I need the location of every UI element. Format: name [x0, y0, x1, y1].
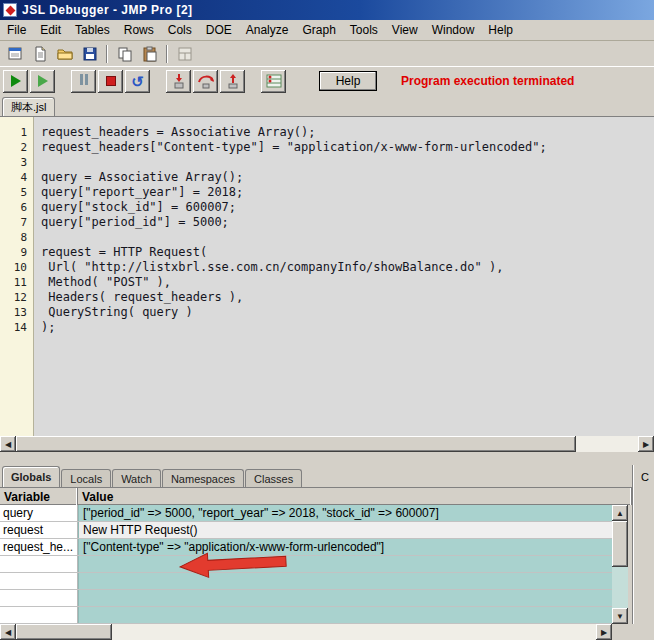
variable-value	[78, 556, 612, 572]
step-into-button[interactable]	[166, 70, 191, 93]
new-journal-button[interactable]	[3, 43, 26, 64]
table-row[interactable]: request_he... ["Content-type" => "applic…	[0, 539, 612, 556]
tab-watch-label: Watch	[121, 473, 152, 485]
app-icon[interactable]	[3, 3, 17, 17]
table-row-empty[interactable]	[0, 556, 612, 573]
menu-help[interactable]: Help	[481, 21, 520, 39]
scroll-up-icon[interactable]: ▲	[612, 505, 628, 521]
help-button-label: Help	[336, 74, 361, 88]
variable-value	[78, 590, 612, 606]
run-icon	[11, 75, 21, 87]
line-number: 4	[0, 170, 33, 185]
editor-hscroll-thumb[interactable]	[16, 436, 576, 452]
menu-bar: File Edit Tables Rows Cols DOE Analyze G…	[0, 20, 654, 41]
line-number: 5	[0, 185, 33, 200]
variable-name	[0, 556, 78, 572]
tab-watch[interactable]: Watch	[112, 469, 161, 487]
scroll-right-icon[interactable]: ▶	[596, 624, 612, 640]
editor-hscrollbar[interactable]: ◀ ▶	[0, 436, 654, 452]
reset-button[interactable]: ↺	[125, 70, 150, 93]
line-number-gutter[interactable]: 1 2 3 4 5 6 7 8 9 10 11 12 13 14	[0, 117, 34, 436]
tab-namespaces[interactable]: Namespaces	[162, 469, 244, 487]
table-row[interactable]: request New HTTP Request()	[0, 522, 612, 539]
menu-rows[interactable]: Rows	[117, 21, 161, 39]
variables-vscrollbar[interactable]: ▲ ▼	[612, 505, 628, 624]
variables-table-header: Variable Value	[0, 487, 632, 505]
code-line: Url( "http://listxbrl.sse.com.cn/company…	[41, 260, 654, 275]
line-number: 13	[0, 305, 33, 320]
open-button[interactable]	[53, 43, 76, 64]
step-out-button[interactable]	[220, 70, 245, 93]
menu-view[interactable]: View	[385, 21, 425, 39]
variable-name	[0, 590, 78, 606]
save-button[interactable]	[78, 43, 101, 64]
variable-value: New HTTP Request()	[78, 522, 612, 538]
scroll-right-icon[interactable]: ▶	[638, 436, 654, 452]
scroll-left-icon[interactable]: ◀	[0, 624, 16, 640]
menu-analyze[interactable]: Analyze	[239, 21, 296, 39]
continue-button[interactable]	[30, 70, 55, 93]
stop-button[interactable]	[98, 70, 123, 93]
menu-edit[interactable]: Edit	[33, 21, 68, 39]
paste-icon	[142, 46, 158, 62]
tab-classes[interactable]: Classes	[245, 469, 302, 487]
line-number: 11	[0, 275, 33, 290]
code-line: );	[41, 320, 654, 335]
menu-tables[interactable]: Tables	[68, 21, 117, 39]
table-row-empty[interactable]	[0, 590, 612, 607]
scroll-left-icon[interactable]: ◀	[0, 436, 16, 452]
tab-namespaces-label: Namespaces	[171, 473, 235, 485]
line-number: 7	[0, 215, 33, 230]
run-button[interactable]	[3, 70, 28, 93]
menu-file[interactable]: File	[0, 21, 33, 39]
variable-value: ["period_id" => 5000, "report_year" => 2…	[78, 505, 612, 521]
code-line: request_headers["Content-type"] = "appli…	[41, 140, 654, 155]
line-number: 9	[0, 245, 33, 260]
variable-value	[78, 573, 612, 589]
menu-cols[interactable]: Cols	[161, 21, 199, 39]
code-line: Method( "POST" ),	[41, 275, 654, 290]
line-number: 6	[0, 200, 33, 215]
layout-button[interactable]	[173, 43, 196, 64]
column-header-variable[interactable]: Variable	[0, 488, 78, 505]
menu-doe[interactable]: DOE	[199, 21, 239, 39]
help-button[interactable]: Help	[319, 71, 377, 91]
table-row-empty[interactable]	[0, 573, 612, 590]
variables-hscroll-thumb[interactable]	[16, 624, 112, 640]
variable-name	[0, 573, 78, 589]
variables-vscroll-thumb[interactable]	[612, 521, 628, 567]
variables-table: query ["period_id" => 5000, "report_year…	[0, 505, 612, 624]
pause-button[interactable]	[71, 70, 96, 93]
copy-button[interactable]	[113, 43, 136, 64]
tab-globals[interactable]: Globals	[2, 466, 60, 487]
window-title: JSL Debugger - JMP Pro [2]	[22, 3, 193, 17]
new-script-icon	[32, 46, 48, 62]
code-line: query = Associative Array();	[41, 170, 654, 185]
code-area[interactable]: request_headers = Associative Array(); r…	[35, 117, 654, 436]
variables-hscrollbar[interactable]: ◀ ▶	[0, 624, 612, 640]
step-into-icon	[170, 74, 188, 89]
menu-tools[interactable]: Tools	[343, 21, 385, 39]
new-script-button[interactable]	[28, 43, 51, 64]
table-row-empty[interactable]	[0, 607, 612, 624]
line-number: 1	[0, 125, 33, 140]
save-icon	[82, 46, 98, 62]
tab-script-jsl[interactable]: 脚本.jsl	[2, 97, 55, 116]
tab-locals[interactable]: Locals	[61, 469, 111, 487]
file-toolbar	[0, 41, 654, 67]
code-line: query["period_id"] = 5000;	[41, 215, 654, 230]
breakpoints-button[interactable]	[261, 70, 286, 93]
variable-name: request	[0, 522, 78, 538]
code-line: request = HTTP Request(	[41, 245, 654, 260]
table-row[interactable]: query ["period_id" => 5000, "report_year…	[0, 505, 612, 522]
menu-graph[interactable]: Graph	[295, 21, 342, 39]
step-over-button[interactable]	[193, 70, 218, 93]
column-header-value[interactable]: Value	[78, 488, 632, 505]
code-editor[interactable]: 1 2 3 4 5 6 7 8 9 10 11 12 13 14 request…	[0, 116, 654, 436]
layout-icon	[177, 46, 193, 62]
panel-splitter[interactable]	[0, 452, 654, 465]
paste-button[interactable]	[138, 43, 161, 64]
menu-window[interactable]: Window	[425, 21, 482, 39]
scroll-down-icon[interactable]: ▼	[612, 608, 628, 624]
reset-icon: ↺	[131, 74, 144, 89]
